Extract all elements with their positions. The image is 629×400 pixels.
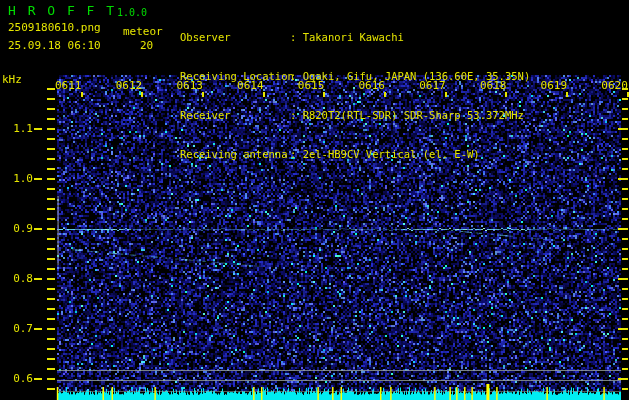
y-minor-tick (622, 228, 628, 230)
observation-mode: meteor (123, 26, 163, 38)
y-minor-tick (622, 158, 628, 160)
info-separator: : (290, 70, 296, 82)
observation-datetime: 25.09.18 06:10 (8, 40, 101, 52)
y-axis-unit-label: kHz (2, 74, 22, 86)
y-major-tick (34, 128, 42, 130)
info-label: Observer (180, 31, 290, 44)
y-minor-tick (622, 338, 628, 340)
x-time-tick (81, 92, 83, 97)
y-minor-tick (47, 328, 55, 330)
x-time-tick (445, 92, 447, 97)
y-minor-tick (622, 188, 628, 190)
y-minor-tick (622, 388, 628, 390)
y-minor-tick (47, 268, 55, 270)
x-time-label: 0620 (601, 79, 628, 92)
y-axis-label: 0.9 (3, 222, 33, 235)
output-filename: 2509180610.png (8, 22, 101, 34)
y-axis-label: 0.8 (3, 272, 33, 285)
info-row-antenna: Receiving antenna: 2el-HB9CV Vertical (e… (180, 148, 530, 161)
y-minor-tick (622, 328, 628, 330)
info-value: R820T2(RTL-SDR) SDR-Sharp 53.372MHz (303, 109, 524, 121)
y-minor-tick (47, 318, 55, 320)
y-minor-tick (622, 298, 628, 300)
x-time-label: 0612 (116, 79, 143, 92)
x-time-label: 0618 (480, 79, 507, 92)
x-time-tick (141, 92, 143, 97)
y-minor-tick (622, 318, 628, 320)
y-axis-label: 0.6 (3, 372, 33, 385)
x-time-label: 0615 (298, 79, 325, 92)
y-minor-tick (47, 378, 55, 380)
y-minor-tick (622, 198, 628, 200)
y-axis-label: 0.7 (3, 322, 33, 335)
y-axis-label: 1.1 (3, 122, 33, 135)
y-minor-tick (47, 288, 55, 290)
y-minor-tick (47, 248, 55, 250)
y-minor-tick (47, 208, 55, 210)
y-minor-tick (47, 138, 55, 140)
y-minor-tick (47, 278, 55, 280)
x-time-label: 0614 (237, 79, 264, 92)
y-minor-tick (47, 98, 55, 100)
x-time-label: 0619 (541, 79, 568, 92)
info-separator: : (290, 148, 296, 160)
y-minor-tick (47, 188, 55, 190)
y-minor-tick (622, 138, 628, 140)
y-minor-tick (47, 338, 55, 340)
echo-count: 20 (140, 40, 153, 52)
x-time-tick (384, 92, 386, 97)
y-minor-tick (47, 258, 55, 260)
y-minor-tick (622, 118, 628, 120)
x-time-tick (263, 92, 265, 97)
y-minor-tick (622, 128, 628, 130)
y-minor-tick (622, 168, 628, 170)
info-row-location: Receiving Location: Ogaki, Gifu, JAPAN (… (180, 70, 530, 83)
y-minor-tick (47, 148, 55, 150)
y-minor-tick (622, 218, 628, 220)
y-minor-tick (47, 238, 55, 240)
x-time-tick (505, 92, 507, 97)
y-minor-tick (622, 368, 628, 370)
y-minor-tick (47, 218, 55, 220)
info-label: Receiver (180, 109, 290, 122)
y-minor-tick (47, 108, 55, 110)
y-major-tick (34, 278, 42, 280)
y-minor-tick (47, 388, 55, 390)
y-minor-tick (622, 178, 628, 180)
x-time-label: 0611 (55, 79, 82, 92)
y-minor-tick (47, 348, 55, 350)
x-time-label: 0613 (176, 79, 203, 92)
x-time-label: 0617 (419, 79, 446, 92)
info-row-observer: Observer: Takanori Kawachi (180, 31, 530, 44)
y-minor-tick (47, 308, 55, 310)
app-title: H R O F F T (8, 4, 116, 18)
info-separator: : (290, 31, 296, 43)
y-major-tick (34, 328, 42, 330)
y-minor-tick (622, 348, 628, 350)
y-minor-tick (622, 278, 628, 280)
y-minor-tick (622, 288, 628, 290)
y-minor-tick (622, 258, 628, 260)
station-info-block: Observer: Takanori Kawachi Receiving Loc… (180, 5, 530, 187)
y-minor-tick (47, 298, 55, 300)
y-minor-tick (47, 178, 55, 180)
y-minor-tick (47, 88, 55, 90)
y-minor-tick (622, 358, 628, 360)
y-minor-tick (47, 118, 55, 120)
x-time-label: 0616 (359, 79, 386, 92)
x-time-tick (323, 92, 325, 97)
y-minor-tick (47, 168, 55, 170)
y-minor-tick (622, 248, 628, 250)
y-minor-tick (622, 148, 628, 150)
y-major-tick (34, 228, 42, 230)
y-minor-tick (622, 308, 628, 310)
y-minor-tick (622, 108, 628, 110)
y-minor-tick (622, 238, 628, 240)
info-separator: : (290, 109, 296, 121)
y-major-tick (34, 178, 42, 180)
y-minor-tick (47, 228, 55, 230)
hrofft-output-window: H R O F F T 1.0.0 2509180610.png meteor … (0, 0, 629, 400)
app-version: 1.0.0 (117, 7, 147, 18)
y-minor-tick (622, 268, 628, 270)
x-time-tick (627, 92, 629, 97)
